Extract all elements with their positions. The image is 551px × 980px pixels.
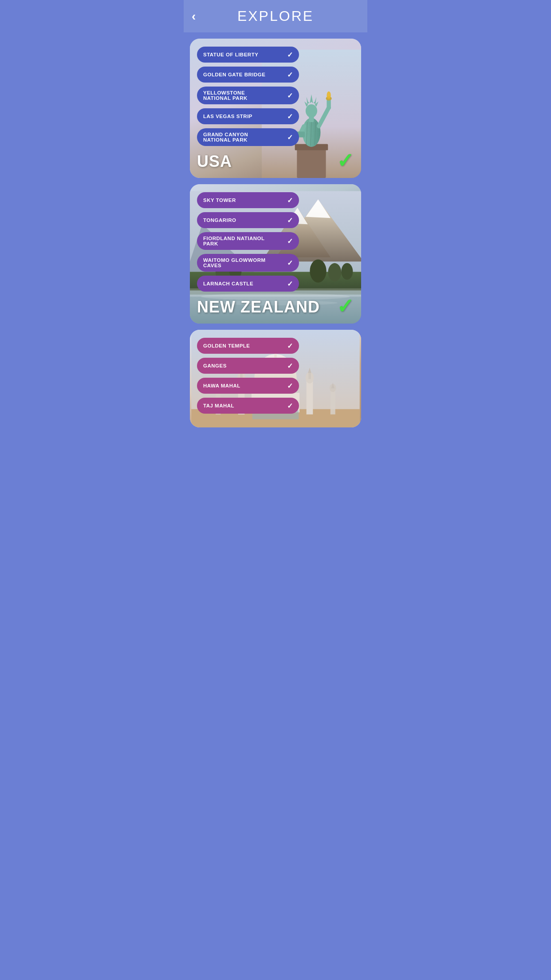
india-card[interactable]: GOLDEN TEMPLE ✓ GANGES ✓ HAWA MAHAL ✓ TA… — [190, 330, 361, 427]
india-tag-1[interactable]: GOLDEN TEMPLE ✓ — [197, 338, 299, 354]
usa-tag-1-check: ✓ — [287, 51, 293, 59]
usa-tag-2-check: ✓ — [287, 71, 293, 79]
usa-tag-3[interactable]: YELLOWSTONENATIONAL PARK ✓ — [197, 87, 299, 104]
usa-tags: STATUE OF LIBERTY ✓ GOLDEN GATE BRIDGE ✓… — [197, 47, 299, 146]
india-tag-1-check: ✓ — [287, 342, 293, 350]
india-tag-2-label: GANGES — [203, 363, 283, 368]
nz-tag-1-check: ✓ — [287, 196, 293, 205]
usa-tag-5[interactable]: GRAND CANYONNATIONAL PARK ✓ — [197, 128, 299, 146]
india-card-content: GOLDEN TEMPLE ✓ GANGES ✓ HAWA MAHAL ✓ TA… — [190, 330, 361, 427]
nz-tag-3-check: ✓ — [287, 237, 293, 245]
nz-tag-4-check: ✓ — [287, 259, 293, 267]
nz-tag-4[interactable]: WAITOMO GLOWWORMCAVES ✓ — [197, 254, 299, 272]
india-tag-2[interactable]: GANGES ✓ — [197, 358, 299, 374]
nz-tag-1[interactable]: SKY TOWER ✓ — [197, 192, 299, 208]
india-tag-3[interactable]: HAWA MAHAL ✓ — [197, 378, 299, 394]
usa-tag-2-label: GOLDEN GATE BRIDGE — [203, 72, 283, 77]
nz-tag-3-label: FIORDLAND NATIANOLPARK — [203, 236, 283, 246]
nz-tag-2-check: ✓ — [287, 216, 293, 225]
india-tag-2-check: ✓ — [287, 362, 293, 370]
usa-tag-3-label: YELLOWSTONENATIONAL PARK — [203, 90, 283, 101]
usa-completed-check: ✓ — [337, 150, 354, 171]
india-tag-1-label: GOLDEN TEMPLE — [203, 343, 283, 348]
india-tag-4-label: TAJ MAHAL — [203, 403, 283, 408]
usa-tag-1-label: STATUE OF LIBERTY — [203, 52, 283, 57]
nz-country-name: NEW ZEALAND — [197, 298, 320, 316]
india-tag-4[interactable]: TAJ MAHAL ✓ — [197, 398, 299, 414]
nz-tag-5-label: LARNACH CASTLE — [203, 281, 283, 286]
usa-tag-1[interactable]: STATUE OF LIBERTY ✓ — [197, 47, 299, 63]
usa-tag-5-label: GRAND CANYONNATIONAL PARK — [203, 132, 283, 142]
nz-tags: SKY TOWER ✓ TONGARIRO ✓ FIORDLAND NATIAN… — [197, 192, 299, 292]
nz-card-content: SKY TOWER ✓ TONGARIRO ✓ FIORDLAND NATIAN… — [190, 184, 361, 324]
india-tag-3-label: HAWA MAHAL — [203, 383, 283, 388]
nz-tag-5-check: ✓ — [287, 280, 293, 288]
usa-country-name: USA — [197, 152, 232, 171]
india-tags: GOLDEN TEMPLE ✓ GANGES ✓ HAWA MAHAL ✓ TA… — [197, 338, 299, 414]
usa-card[interactable]: STATUE OF LIBERTY ✓ GOLDEN GATE BRIDGE ✓… — [190, 39, 361, 178]
india-tag-4-check: ✓ — [287, 402, 293, 410]
page-title: EXPLORE — [237, 8, 314, 24]
usa-tag-3-check: ✓ — [287, 91, 293, 100]
nz-tag-1-label: SKY TOWER — [203, 198, 283, 203]
usa-tag-5-check: ✓ — [287, 133, 293, 142]
nz-tag-3[interactable]: FIORDLAND NATIANOLPARK ✓ — [197, 232, 299, 250]
usa-tag-4-check: ✓ — [287, 112, 293, 121]
nz-tag-5[interactable]: LARNACH CASTLE ✓ — [197, 276, 299, 292]
content-area: STATUE OF LIBERTY ✓ GOLDEN GATE BRIDGE ✓… — [184, 32, 367, 436]
usa-tag-4[interactable]: LAS VEGAS STRIP ✓ — [197, 108, 299, 124]
usa-card-content: STATUE OF LIBERTY ✓ GOLDEN GATE BRIDGE ✓… — [190, 39, 361, 178]
nz-completed-check: ✓ — [337, 296, 354, 316]
usa-tag-4-label: LAS VEGAS STRIP — [203, 114, 283, 119]
nz-tag-4-label: WAITOMO GLOWWORMCAVES — [203, 257, 283, 268]
usa-card-footer: USA ✓ — [197, 150, 354, 171]
india-tag-3-check: ✓ — [287, 382, 293, 390]
nz-tag-2[interactable]: TONGARIRO ✓ — [197, 212, 299, 228]
header: ‹ EXPLORE — [184, 0, 367, 32]
nz-card-footer: NEW ZEALAND ✓ — [197, 296, 354, 316]
back-button[interactable]: ‹ — [192, 9, 196, 24]
nz-tag-2-label: TONGARIRO — [203, 217, 283, 223]
usa-tag-2[interactable]: GOLDEN GATE BRIDGE ✓ — [197, 67, 299, 83]
nz-card[interactable]: SKY TOWER ✓ TONGARIRO ✓ FIORDLAND NATIAN… — [190, 184, 361, 324]
